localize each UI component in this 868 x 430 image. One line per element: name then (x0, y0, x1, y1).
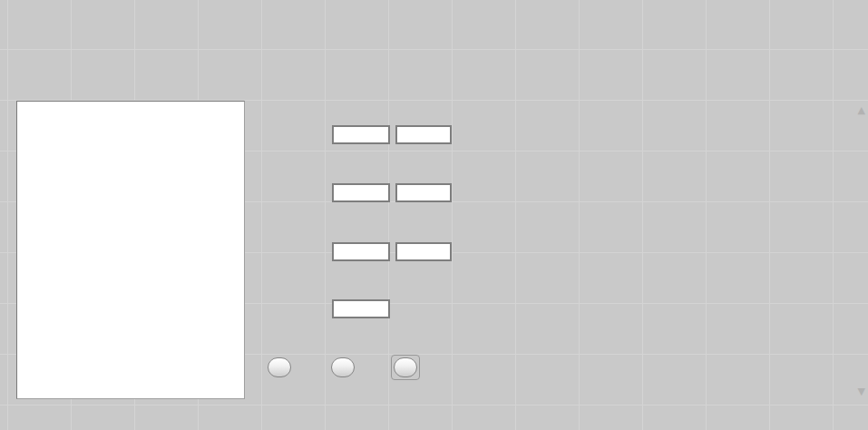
blue-x-input[interactable] (332, 242, 390, 261)
chart-locus-layer (454, 0, 868, 430)
fill-mem-button[interactable] (394, 357, 417, 377)
green-x-input[interactable] (332, 183, 390, 202)
chromaticity-chart (454, 0, 868, 430)
red-y-input[interactable] (395, 125, 452, 144)
rgb-model-listbox[interactable] (16, 101, 245, 399)
blue-y-input[interactable] (395, 242, 452, 261)
area-input[interactable] (332, 299, 390, 318)
green-y-input[interactable] (395, 183, 452, 202)
calc-button[interactable] (268, 357, 291, 377)
mem-button[interactable] (331, 357, 355, 377)
fill-mem-focus-frame (391, 355, 420, 380)
red-x-input[interactable] (332, 125, 390, 144)
